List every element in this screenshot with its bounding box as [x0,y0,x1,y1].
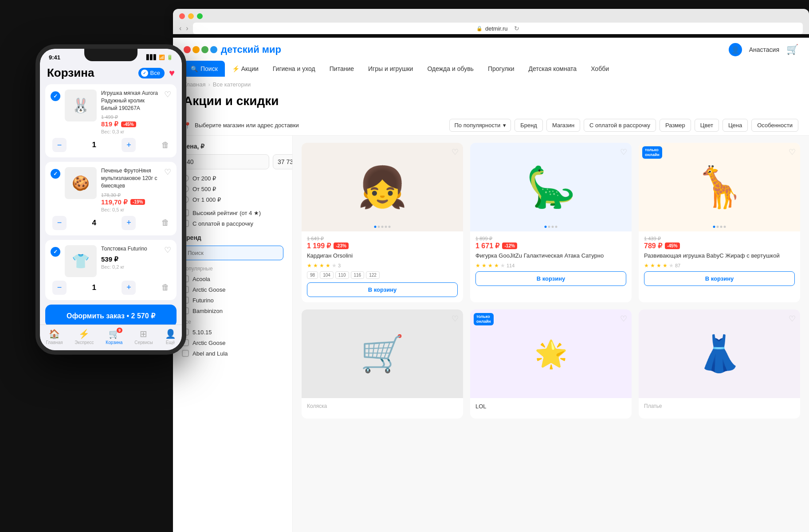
price-min-input[interactable] [182,154,269,169]
breadcrumb-category[interactable]: Все категории [213,81,251,88]
brand-5-10-15[interactable]: 5.10.15 [182,329,283,336]
item-image: 🐰 [65,90,97,121]
product-heart-icon[interactable]: ♡ [789,314,796,324]
increase-qty-button[interactable]: + [122,138,136,152]
minimize-dot[interactable] [188,13,194,19]
decrease-qty-button[interactable]: − [52,281,67,295]
nav-item-food[interactable]: Питание [322,61,361,77]
forward-button[interactable]: › [186,24,188,32]
nav-item-search[interactable]: 🔍 Поиск [184,61,225,77]
increase-qty-button[interactable]: + [122,281,136,295]
back-button[interactable]: ‹ [179,24,181,32]
nav-item-hygiene[interactable]: Гигиена и уход [266,61,322,77]
brand-futurino[interactable]: Futurino [182,297,283,304]
star-icon: ★ [482,262,487,269]
decrease-qty-button[interactable]: − [52,216,67,230]
star-half-icon: ★ [494,262,499,269]
refresh-button[interactable]: ↻ [514,25,519,32]
brand-filter-button[interactable]: Бренд [514,119,543,132]
brand-acoola[interactable]: Acoola [182,275,283,282]
installment-filter-button[interactable]: С оплатой в рассрочку [584,119,656,132]
logo-text: детский мир [221,44,281,55]
product-heart-icon[interactable]: ♡ [620,314,627,324]
product-image: 👧 ♡ [302,143,463,231]
item-heart-icon[interactable]: ♡ [164,167,171,177]
url-bar[interactable]: 🔒 detmir.ru ↻ [193,23,803,34]
item-checkbox[interactable]: ✓ [51,91,60,101]
quantity-value: 4 [92,219,96,227]
features-filter-button[interactable]: Особенности [751,119,798,132]
add-to-cart-button[interactable]: В корзину [475,271,626,286]
select-all-button[interactable]: ✓ Все [138,68,165,78]
size-tag[interactable]: 104 [320,271,334,279]
tab-services[interactable]: ⊞ Сервисы [134,329,153,345]
product-heart-icon[interactable]: ♡ [452,314,459,324]
nav-item-clothes[interactable]: Одежда и обувь [420,61,481,77]
tab-cart[interactable]: 🛒 9 Корзина [106,329,122,345]
nav-item-hobby[interactable]: Хобби [584,61,616,77]
size-tag[interactable]: 98 [307,271,318,279]
close-dot[interactable] [179,13,185,19]
star-icon: ★ [650,262,655,269]
cart-header: Корзина ✓ Все ♥ [40,63,182,84]
brand-search-input[interactable] [182,246,283,260]
item-checkbox[interactable]: ✓ [51,247,60,257]
product-name: Развивающая игрушка BabyC Жираф с вертуш… [644,252,795,260]
brand-label: 5.10.15 [192,329,212,336]
location-text[interactable]: Выберите магазин или адрес доставки [195,122,446,129]
cart-icon[interactable]: 🛒 [786,44,798,55]
color-filter-button[interactable]: Цвет [695,119,719,132]
add-to-cart-button[interactable]: В корзину [644,271,795,286]
size-tag[interactable]: 110 [335,271,349,279]
tab-express[interactable]: ⚡ Экспресс [75,329,94,345]
add-to-cart-button[interactable]: В корзину [307,282,458,297]
remove-item-button[interactable]: 🗑 [161,141,169,150]
tab-more[interactable]: 👤 Ещё [165,329,176,345]
price-max-input[interactable] [273,154,293,169]
product-heart-icon[interactable]: ♡ [452,147,459,157]
breadcrumb-home[interactable]: Главная [184,81,205,88]
price-filter-button[interactable]: Цена [723,119,748,132]
remove-item-button[interactable]: 🗑 [161,218,169,227]
maximize-dot[interactable] [197,13,203,19]
item-checkbox[interactable]: ✓ [51,169,60,179]
store-filter-button[interactable]: Магазин [546,119,580,132]
remove-item-button[interactable]: 🗑 [161,283,169,292]
installment-filter[interactable]: С оплатой в рассрочку [182,220,283,227]
logo-dot-blue [210,46,217,53]
item-name: Игрушка мягкая Aurora Радужный кролик Бе… [101,90,160,112]
product-image: 🌟 толькоонлайн ♡ [470,309,632,398]
avatar[interactable]: 👤 [729,43,742,56]
product-heart-icon[interactable]: ♡ [789,147,796,157]
item-heart-icon[interactable]: ♡ [164,90,171,99]
product-heart-icon[interactable]: ♡ [620,147,627,157]
high-rating-filter[interactable]: Высокий рейтинг (от 4 ★) [182,209,283,216]
price-option-1000[interactable]: От 1 000 ₽ [182,196,283,203]
rating-count: 3 [338,263,341,268]
brand-arctic-goose-all[interactable]: Arctic Goose [182,339,283,346]
size-tag[interactable]: 116 [351,271,365,279]
logo-dot-green [201,46,208,53]
nav-item-bedroom[interactable]: Детская комната [521,61,584,77]
size-filter-button[interactable]: Размер [660,119,691,132]
increase-qty-button[interactable]: + [122,216,136,230]
nav-item-toys[interactable]: Игры и игрушки [361,61,420,77]
brand-abel-lula[interactable]: Abel and Lula [182,350,283,357]
wishlist-icon[interactable]: ♥ [169,67,175,79]
dot [385,226,387,228]
tab-home[interactable]: 🏠 Главная [46,329,63,345]
decrease-qty-button[interactable]: − [52,138,67,152]
nav-item-walks[interactable]: Прогулки [481,61,522,77]
checkout-button[interactable]: Оформить заказ • 2 570 ₽ [45,305,177,325]
brand-bambinizon[interactable]: Bambinizon [182,307,283,314]
item-heart-icon[interactable]: ♡ [164,245,171,255]
sort-dropdown[interactable]: По популярности ▾ [449,119,511,132]
dot [545,226,547,228]
browser-chrome: ‹ › 🔒 detmir.ru ↻ [173,9,809,34]
size-tag[interactable]: 122 [366,271,380,279]
nav-item-aktsii[interactable]: ⚡ Акции [225,61,266,77]
price-option-500[interactable]: От 500 ₽ [182,185,283,192]
price-option-200[interactable]: От 200 ₽ [182,175,283,182]
item-price: 119,70 ₽ [101,198,128,206]
brand-arctic-goose[interactable]: Arctic Goose [182,286,283,293]
